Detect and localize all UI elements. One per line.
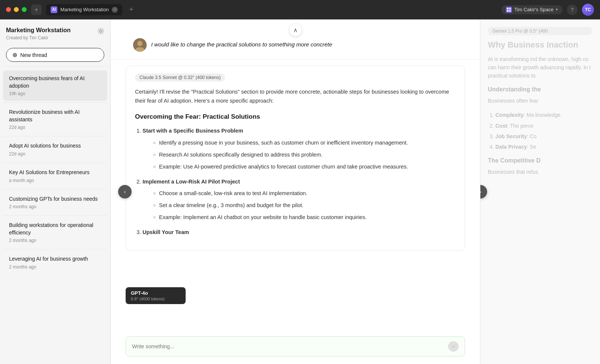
svg-rect-3: [507, 10, 508, 12]
minimize-button[interactable]: [14, 7, 19, 12]
right-subheading1: Understanding the: [488, 86, 592, 93]
avatar-initials: TC: [585, 7, 591, 12]
workspace-pill[interactable]: Tim Cakir's Space ▾: [501, 5, 562, 14]
chevron-up-icon: ∧: [293, 27, 298, 34]
titlebar: AI Marketing Workstation × + Tim Cakir's…: [0, 0, 600, 19]
sidebar-item[interactable]: Building workstations for operational ef…: [3, 217, 107, 248]
tab-ai-icon: AI: [51, 6, 57, 13]
sidebar-item[interactable]: Leveraging AI for business growth 2 mont…: [3, 251, 107, 274]
bullet-item: Choose a small-scale, low-risk area to t…: [153, 189, 456, 198]
settings-icon[interactable]: [98, 28, 104, 34]
workspace-chevron-icon: ▾: [556, 7, 558, 12]
sidebar-item-time: 2 months ago: [9, 238, 101, 243]
sidebar-item-title: Overcoming business fears of AI adoption: [9, 75, 101, 90]
right-subheading2: The Competitive D: [488, 157, 592, 164]
new-thread-button[interactable]: ⊕ New thread: [6, 48, 104, 62]
sidebar-item-time: 22d ago: [9, 151, 101, 157]
sidebar-item-time: 19h ago: [9, 91, 101, 96]
intro-text: Certainly! I'll revise the "Practical So…: [135, 88, 456, 106]
right-intro-text: AI is transforming ind the unknown, high…: [488, 55, 592, 80]
svg-rect-1: [507, 8, 508, 9]
main-layout: Marketing Workstation Created by Tim Cak…: [0, 19, 600, 364]
sidebar-item-time: 22d ago: [9, 125, 101, 130]
send-button[interactable]: →: [448, 341, 459, 352]
avatar[interactable]: TC: [582, 4, 594, 16]
gpt-tooltip-title: GPT-4o: [131, 290, 180, 296]
plus-circle-icon: ⊕: [12, 51, 17, 58]
titlebar-right: Tim Cakir's Space ▾ ? TC: [501, 4, 594, 16]
right-list-item: Cost: The perce: [495, 122, 592, 130]
bullet-item: Example: Use AI-powered predictive analy…: [153, 163, 456, 172]
sidebar-divider: [3, 136, 107, 136]
sidebar-item-title: Key AI Solutions for Entrepreneurs: [9, 169, 101, 176]
sidebar-item[interactable]: Key AI Solutions for Entrepreneurs a mon…: [3, 164, 107, 188]
bullet-item: Research AI solutions specifically desig…: [153, 151, 456, 160]
sidebar-item-time: a month ago: [9, 178, 101, 183]
new-thread-label: New thread: [20, 52, 47, 58]
sidebar-item[interactable]: Adopt AI solutions for business 22d ago: [3, 138, 107, 161]
input-wrapper: →: [126, 336, 465, 357]
sidebar-item-title: Adopt AI solutions for business: [9, 142, 101, 150]
send-icon-glyph: →: [451, 344, 456, 349]
sidebar-item-title: Customizing GPTs for business needs: [9, 195, 101, 203]
app-icon: [31, 4, 42, 15]
workspace-label: Tim Cakir's Space: [514, 7, 554, 12]
sidebar-divider: [3, 249, 107, 249]
sidebar-item-title: Leveraging AI for business growth: [9, 255, 101, 263]
sidebar-divider: [3, 215, 107, 216]
help-button[interactable]: ?: [567, 4, 578, 15]
traffic-lights: [6, 7, 27, 12]
svg-rect-2: [509, 8, 511, 9]
sidebar-divider: [3, 189, 107, 189]
close-button[interactable]: [6, 7, 11, 12]
active-tab[interactable]: AI Marketing Workstation ×: [46, 4, 122, 15]
right-panel: › Gemini 1.5 Pro @ 0.5° (400 Why Busines…: [480, 19, 600, 364]
gpt-tooltip: GPT-4o 0.8° (4000 tokens): [126, 287, 186, 304]
sidebar-divider: [3, 163, 107, 163]
right-list-item: Job Security: Co: [495, 132, 592, 140]
section2-bullets: Choose a small-scale, low-risk area to t…: [148, 189, 456, 222]
sidebar-subtitle: Created by Tim Cakir: [6, 35, 104, 40]
sidebar-item[interactable]: Customizing GPTs for business needs 2 mo…: [3, 191, 107, 214]
sidebar-list: Overcoming business fears of AI adoption…: [0, 67, 110, 364]
user-avatar: [133, 38, 147, 52]
right-content: Why Business Inaction AI is transforming…: [480, 40, 600, 364]
chevron-left-icon: ‹: [124, 189, 126, 195]
workspace-icon: [506, 7, 512, 13]
right-subheading1-text: Businesses often fear: [488, 97, 592, 105]
bullet-item: Set a clear timeline (e.g., 3 months) an…: [153, 201, 456, 210]
message-input[interactable]: [132, 343, 444, 349]
sidebar-item-title: Revolutionize business with AI assistant…: [9, 109, 101, 123]
sidebar-divider: [3, 102, 107, 103]
section1-bullets: Identify a pressing issue in your busine…: [148, 139, 456, 172]
svg-rect-4: [509, 10, 511, 12]
right-numbered-list: Complexity: Ma knowledge. Cost: The perc…: [488, 111, 592, 151]
sidebar-item[interactable]: Revolutionize business with AI assistant…: [3, 104, 107, 134]
new-tab-button[interactable]: +: [127, 5, 136, 14]
right-list-item: Complexity: Ma knowledge.: [495, 111, 592, 119]
tab-close-button[interactable]: ×: [112, 7, 118, 13]
model-badge: Claude 3.5 Sonnet @ 0.32° (400 tokens): [135, 73, 225, 82]
sidebar: Marketing Workstation Created by Tim Cak…: [0, 19, 111, 364]
sidebar-title: Marketing Workstation: [6, 27, 70, 34]
sidebar-item[interactable]: Overcoming business fears of AI adoption…: [3, 70, 107, 101]
section1-title: Start with a Specific Business Problem: [142, 128, 243, 134]
maximize-button[interactable]: [22, 7, 27, 12]
bullet-item: Identify a pressing issue in your busine…: [153, 139, 456, 148]
sidebar-item-time: 2 months ago: [9, 204, 101, 209]
sidebar-header: Marketing Workstation Created by Tim Cak…: [0, 19, 110, 45]
right-subheading2-text: Businesses that refus: [488, 168, 592, 176]
response-card: Claude 3.5 Sonnet @ 0.32° (400 tokens) C…: [126, 66, 465, 251]
tab-label: Marketing Workstation: [60, 7, 109, 12]
nav-left-button[interactable]: ‹: [118, 185, 132, 198]
section3-title: Upskill Your Team: [142, 229, 189, 235]
response-heading: Overcoming the Fear: Practical Solutions: [135, 113, 456, 121]
svg-point-5: [100, 30, 102, 32]
sidebar-item-title: Building workstations for operational ef…: [9, 222, 101, 236]
bullet-item: Example: Implement an AI chatbot on your…: [153, 213, 456, 222]
collapse-toggle-button[interactable]: ∧: [290, 24, 302, 36]
ordered-list: Start with a Specific Business Problem I…: [135, 127, 456, 237]
gpt-tooltip-sub: 0.8° (4000 tokens): [131, 297, 180, 301]
help-icon: ?: [571, 7, 574, 13]
section2-title: Implement a Low-Risk AI Pilot Project: [142, 179, 240, 185]
